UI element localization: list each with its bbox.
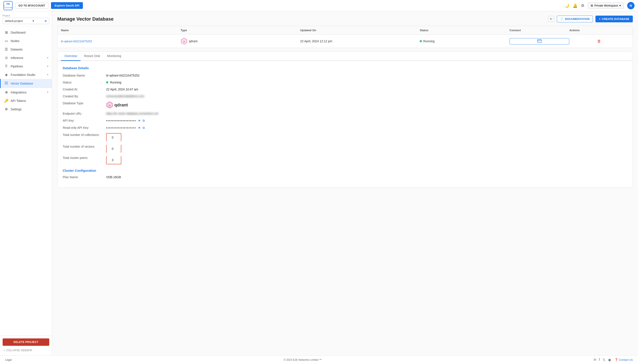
project-selector: Project default-project ▾ ⊕ <box>0 11 52 26</box>
logo-box: TIR AI PLATFORM <box>4 1 13 10</box>
sidebar-item-nodes[interactable]: ▭ Nodes <box>0 37 52 45</box>
copyright-text: © 2024 E2E Networks Limited ™ <box>284 358 322 362</box>
dark-mode-toggle[interactable]: 🌙 <box>564 3 569 8</box>
db-type-label: qdrant <box>189 40 197 43</box>
sidebar-item-label: Vector Database <box>11 82 33 85</box>
show-api-key-button[interactable]: 👁 <box>138 119 141 122</box>
copy-api-key-button[interactable]: ⧉ <box>143 119 145 122</box>
detail-row-peers: Total cluster peers: 3 <box>63 156 627 164</box>
add-project-icon[interactable]: ⊕ <box>45 19 47 22</box>
sidebar-item-datasets[interactable]: ☰ Datasets <box>0 45 52 54</box>
chevron-left-icon: « <box>4 349 5 352</box>
label-status: Status: <box>63 81 106 84</box>
facebook-icon[interactable]: f <box>599 358 600 362</box>
qdrant-label: qdrant <box>114 102 128 108</box>
chevron-down-icon: ▾ <box>47 91 48 94</box>
rss-icon[interactable]: ◉ <box>608 358 611 362</box>
detail-row-db-type: Database Type: Q qdrant <box>63 102 627 108</box>
settings-icon-button[interactable]: ⚙ <box>581 3 584 8</box>
api-tokens-icon: 🔑 <box>4 99 9 103</box>
settings-icon: ⚙ <box>4 107 9 111</box>
col-type: Type <box>181 28 300 32</box>
database-details-title: Database Details <box>63 66 627 70</box>
detail-row-endpoint: Endpoint URL: https://tir-vector-databas… <box>63 112 627 115</box>
value-api-key: •••••••••••••••••••• 👁 ⧉ <box>106 119 145 122</box>
workspace-label: Private Workspace <box>594 4 618 7</box>
label-api-key: API Key: <box>63 119 106 122</box>
detail-body: Database Details Database Name: tir-qdra… <box>58 61 632 188</box>
project-name: default-project <box>5 19 23 22</box>
sidebar-item-dashboard[interactable]: ⊞ Dashboard <box>0 28 52 37</box>
detail-row-vectors: Total number of vectors: 0 <box>63 145 627 152</box>
vector-database-icon <box>4 81 9 86</box>
value-created-by: someuser@emailaddress.com <box>106 94 144 98</box>
plus-icon: + <box>599 17 601 20</box>
sidebar-item-inference[interactable]: ⊙ Inference ▾ <box>0 54 52 62</box>
sidebar-item-integrations[interactable]: ⊕ Integrations ▾ <box>0 88 52 96</box>
col-connect: Connect <box>510 28 569 32</box>
explore-genai-button[interactable]: Explore GenAI API <box>51 2 83 9</box>
project-dropdown[interactable]: default-project ▾ ⊕ <box>3 18 49 24</box>
tab-monitoring[interactable]: Monitoring <box>104 52 125 61</box>
dashboard-icon: ⊞ <box>4 30 9 34</box>
main-layout: Project default-project ▾ ⊕ ⊞ Dashboard … <box>0 11 638 355</box>
copy-readonly-key-button[interactable]: ⧉ <box>143 126 145 130</box>
tab-overview[interactable]: Overview <box>61 52 81 61</box>
tab-resize-disk[interactable]: Resize Disk <box>81 52 104 61</box>
status-dot <box>106 81 108 84</box>
db-type-cell: Q qdrant <box>181 38 300 45</box>
notifications-button[interactable]: 🔔 <box>573 3 577 8</box>
value-status: Running <box>106 81 121 84</box>
refresh-button[interactable]: ↻ <box>548 16 554 22</box>
delete-project-button[interactable]: DELETE PROJECT <box>3 338 49 346</box>
sidebar-item-pipelines[interactable]: ⠿ Pipelines ▾ <box>0 62 52 70</box>
legal-link[interactable]: Legal <box>5 358 12 362</box>
connect-button[interactable] <box>510 38 569 44</box>
collapse-sidebar-button[interactable]: « COLLAPSE SIDEBAR <box>3 348 49 353</box>
col-status: Status <box>420 28 509 32</box>
twitter-icon[interactable]: 𝕏 <box>603 358 605 362</box>
value-created-at: 22 April, 2024 10:47 am <box>106 88 138 91</box>
label-peers: Total cluster peers: <box>63 156 106 160</box>
sidebar-item-label: Nodes <box>11 39 19 43</box>
database-name-link[interactable]: tir-qdrant-042210475252 <box>61 40 181 43</box>
page-header: Manage Vector Database ↻ 📄 DOCUMENTATION… <box>57 16 633 22</box>
svg-text:Q: Q <box>183 40 185 42</box>
sidebar-item-vector-database[interactable]: Vector Database <box>0 79 52 88</box>
delete-row-button[interactable]: 🗑 <box>569 39 629 44</box>
integrations-icon: ⊕ <box>4 90 9 94</box>
status-label: Running <box>423 40 434 43</box>
sidebar-item-label: Foundation Studio <box>11 73 35 76</box>
sidebar-item-label: API Tokens <box>11 99 26 102</box>
avatar: N <box>627 2 634 9</box>
label-plan: Plan Name: <box>63 176 106 179</box>
chevron-down-icon: ▾ <box>33 19 34 22</box>
sidebar-item-label: Pipelines <box>11 64 23 68</box>
inference-icon: ⊙ <box>4 56 9 60</box>
value-collections: 0 <box>112 136 116 139</box>
col-actions: Actions <box>569 28 629 32</box>
contact-us-button[interactable]: ❓ Contact Us <box>614 358 633 362</box>
go-to-myaccount-button[interactable]: GO TO MYACCOUNT <box>15 2 48 9</box>
api-key-masked: •••••••••••••••••••• <box>106 119 136 122</box>
footer-center: © 2024 E2E Networks Limited ™ <box>284 358 322 362</box>
nav-items: ⊞ Dashboard ▭ Nodes ☰ Datasets ⊙ Inferen… <box>0 26 52 336</box>
sidebar-item-foundation-studio[interactable]: ◈ Foundation Studio ▾ <box>0 70 52 79</box>
value-db-name: tir-qdrant-042210475252 <box>106 74 140 77</box>
linkedin-icon[interactable]: in <box>594 358 596 362</box>
col-updated: Updated On <box>300 28 420 32</box>
sidebar-item-settings[interactable]: ⚙ Settings <box>0 105 52 114</box>
workspace-selector[interactable]: ⊞ Private Workspace ▾ <box>588 2 624 9</box>
footer-right: in f 𝕏 ◉ ❓ Contact Us <box>594 358 633 362</box>
updated-on-value: 22 April, 2024 12:12 pm <box>300 40 420 43</box>
sidebar: Project default-project ▾ ⊕ ⊞ Dashboard … <box>0 11 52 355</box>
create-database-button[interactable]: + CREATE DATABASE <box>595 16 633 22</box>
stats-box-bottom: 3 <box>106 156 121 164</box>
header-actions: ↻ 📄 DOCUMENTATION + CREATE DATABASE <box>548 16 633 22</box>
show-readonly-key-button[interactable]: 👁 <box>138 126 141 130</box>
value-readonly-api-key: •••••••••••••••••••• 👁 ⧉ <box>106 126 145 130</box>
chevron-down-icon: ▾ <box>47 56 48 59</box>
col-name: Name <box>61 28 181 32</box>
sidebar-item-api-tokens[interactable]: 🔑 API Tokens <box>0 96 52 105</box>
documentation-button[interactable]: 📄 DOCUMENTATION <box>557 16 593 22</box>
